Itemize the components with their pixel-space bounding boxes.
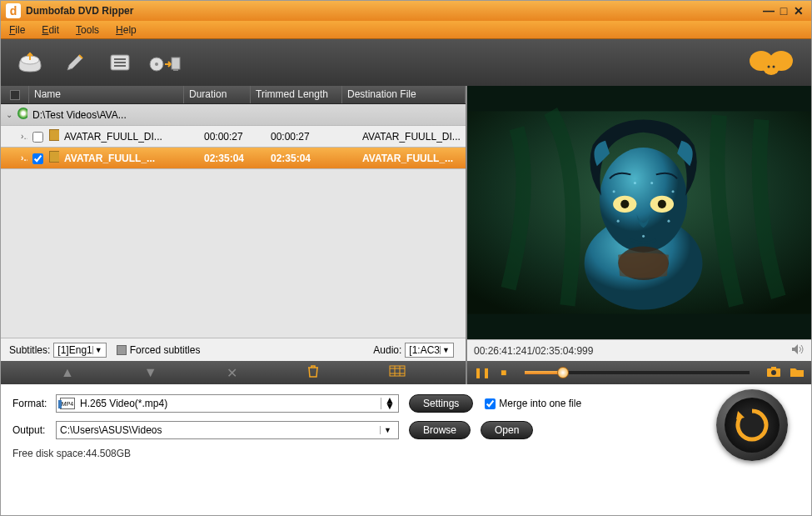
- svg-point-31: [634, 182, 636, 184]
- header-destination[interactable]: Destination File: [342, 86, 466, 103]
- svg-rect-8: [173, 69, 178, 71]
- output-path-field[interactable]: C:\Users\ASUS\Videos ▼: [56, 421, 399, 439]
- svg-point-12: [768, 66, 770, 68]
- svg-rect-7: [172, 58, 180, 69]
- merge-checkbox-row[interactable]: Merge into one file: [485, 398, 581, 409]
- preview-pane: 00:26:41:241/02:35:04:999 ❚❚ ■: [467, 86, 811, 384]
- subtitle-audio-bar: Subtitles: [1]Eng1 ▼ Forced subtitles Au…: [1, 338, 466, 361]
- free-disk-label: Free disk space:44.508GB: [12, 448, 800, 459]
- move-down-button[interactable]: ▼: [144, 365, 157, 380]
- mp4-icon: MP4: [60, 398, 75, 409]
- format-label: Format:: [12, 398, 56, 409]
- crop-button[interactable]: [389, 365, 406, 380]
- settings-button[interactable]: Settings: [409, 394, 473, 413]
- audio-dropdown[interactable]: [1:AC3 ▼: [405, 343, 454, 358]
- svg-point-32: [650, 182, 653, 184]
- title-bar: d Dumbofab DVD Ripper — □ ✕: [1, 1, 811, 21]
- subtitles-label: Subtitles:: [9, 344, 50, 356]
- table-row-disc[interactable]: ⌄ D:\Test Videos\AVA...: [1, 104, 466, 126]
- maximize-button[interactable]: □: [776, 4, 791, 18]
- disc-path: D:\Test Videos\AVA...: [27, 109, 457, 121]
- row-duration: 02:35:04: [199, 153, 266, 164]
- list-button[interactable]: [101, 46, 139, 79]
- chevron-down-icon[interactable]: ▼: [92, 346, 104, 354]
- remove-button[interactable]: ✕: [227, 365, 237, 381]
- collapse-icon[interactable]: ⌄: [1, 110, 12, 119]
- convert-to-device-button[interactable]: [146, 46, 184, 79]
- chevron-down-icon[interactable]: ▼: [440, 346, 451, 354]
- row-checkbox[interactable]: [27, 130, 44, 142]
- output-value: C:\Users\ASUS\Videos: [60, 424, 162, 436]
- snapshot-folder-button[interactable]: [790, 366, 805, 380]
- seek-slider[interactable]: [525, 371, 750, 374]
- output-row: Output: C:\Users\ASUS\Videos ▼ Browse Op…: [12, 421, 800, 439]
- expand-icon[interactable]: ›: [16, 153, 27, 163]
- brand-logo-icon: [746, 46, 796, 79]
- volume-icon[interactable]: [791, 343, 805, 358]
- window-title: Dumbofab DVD Ripper: [26, 5, 761, 17]
- open-button[interactable]: Open: [481, 421, 533, 439]
- svg-point-33: [642, 235, 645, 238]
- expand-icon[interactable]: ›: [16, 132, 27, 141]
- move-up-button[interactable]: ▲: [61, 365, 74, 380]
- subtitles-dropdown[interactable]: [1]Eng1 ▼: [53, 343, 106, 358]
- preview-time-text: 00:26:41:241/02:35:04:999: [474, 345, 593, 357]
- video-preview[interactable]: [467, 86, 811, 339]
- format-stepper[interactable]: ▲▼: [381, 398, 395, 409]
- chevron-down-icon[interactable]: ▼: [380, 426, 395, 434]
- player-controls: ❚❚ ■: [467, 361, 811, 384]
- svg-point-30: [667, 220, 670, 223]
- pause-button[interactable]: ❚❚: [474, 367, 491, 378]
- browse-button[interactable]: Browse: [409, 421, 471, 439]
- header-trimmed[interactable]: Trimmed Length: [251, 86, 342, 103]
- format-row: Format: MP4 H.265 Video(*.mp4) ▲▼ Settin…: [12, 394, 800, 413]
- menu-help[interactable]: Help: [116, 24, 137, 36]
- close-button[interactable]: ✕: [791, 4, 806, 18]
- bottom-panel: Format: MP4 H.265 Video(*.mp4) ▲▼ Settin…: [1, 384, 811, 495]
- subtitles-value: [1]Eng1: [57, 344, 92, 356]
- header-name[interactable]: Name: [29, 86, 184, 103]
- table-body: ⌄ D:\Test Videos\AVA... › AVATAR_FUULL_D…: [1, 104, 466, 338]
- header-duration[interactable]: Duration: [184, 86, 251, 103]
- format-dropdown[interactable]: MP4 H.265 Video(*.mp4) ▲▼: [56, 394, 399, 413]
- row-duration: 00:00:27: [199, 131, 266, 143]
- svg-point-28: [617, 220, 620, 223]
- menu-file[interactable]: File: [9, 24, 25, 36]
- dvd-icon: [12, 108, 27, 122]
- row-trimmed: 02:35:04: [266, 153, 357, 164]
- snapshot-button[interactable]: [766, 366, 781, 380]
- forced-subtitles-toggle[interactable]: Forced subtitles: [117, 344, 201, 356]
- main-area: Name Duration Trimmed Length Destination…: [1, 86, 811, 384]
- table-row[interactable]: › AVATAR_FUULL_DI... 00:00:27 00:00:27 A…: [1, 126, 466, 148]
- row-name: AVATAR_FUULL_...: [59, 153, 199, 164]
- merge-checkbox[interactable]: [485, 398, 496, 409]
- audio-value: [1:AC3: [409, 344, 440, 356]
- svg-point-24: [620, 200, 629, 208]
- preview-time-bar: 00:26:41:241/02:35:04:999: [467, 339, 811, 361]
- svg-point-29: [672, 190, 675, 193]
- row-trimmed: 00:00:27: [266, 131, 357, 143]
- header-checkbox-column[interactable]: [1, 86, 29, 103]
- row-name: AVATAR_FUULL_DI...: [59, 131, 199, 143]
- clear-button[interactable]: [307, 364, 319, 381]
- merge-label: Merge into one file: [499, 398, 581, 409]
- stop-button[interactable]: ■: [501, 367, 506, 378]
- row-checkbox[interactable]: [27, 152, 44, 163]
- table-row-selected[interactable]: › AVATAR_FUULL_... 02:35:04 02:35:04 AVA…: [1, 148, 466, 169]
- format-value: H.265 Video(*.mp4): [80, 398, 167, 409]
- convert-button[interactable]: [716, 389, 788, 461]
- edit-button[interactable]: [56, 46, 94, 79]
- menu-tools[interactable]: Tools: [76, 24, 99, 36]
- load-disc-button[interactable]: [11, 46, 49, 79]
- minimize-button[interactable]: —: [761, 4, 776, 18]
- forced-checkbox[interactable]: [117, 345, 127, 355]
- forced-label: Forced subtitles: [130, 344, 201, 356]
- svg-point-13: [773, 66, 775, 68]
- svg-rect-14: [390, 366, 405, 376]
- title-icon: [44, 151, 59, 165]
- app-logo-icon: d: [6, 3, 21, 18]
- menu-edit[interactable]: Edit: [42, 24, 59, 36]
- seek-knob[interactable]: [557, 367, 569, 378]
- row-destination: AVATAR_FUULL_...: [357, 153, 466, 164]
- title-icon: [44, 129, 59, 143]
